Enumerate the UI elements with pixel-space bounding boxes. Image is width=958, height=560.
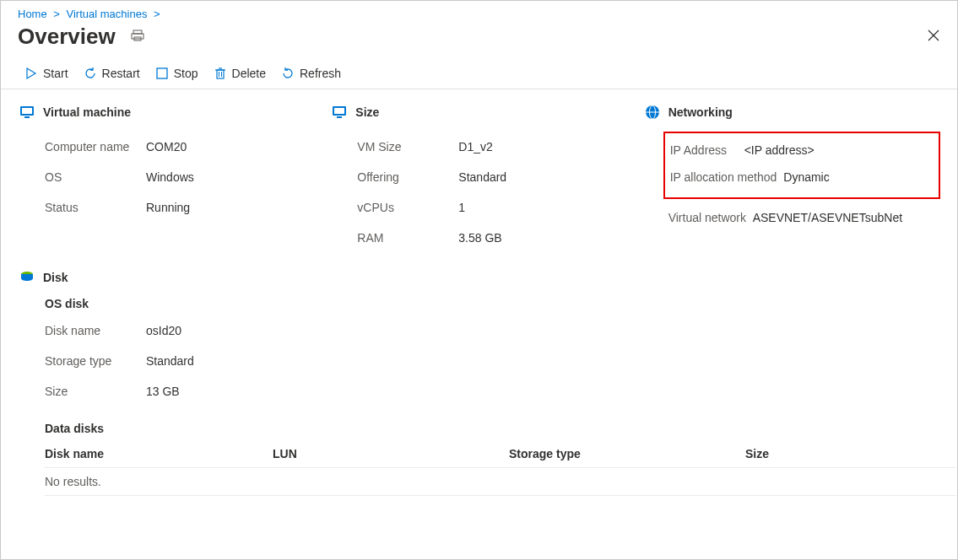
ip-address-value: <IP address>	[744, 143, 815, 157]
restart-label: Restart	[102, 67, 140, 80]
status-value: Running	[146, 201, 190, 214]
restart-button[interactable]: Restart	[84, 67, 140, 80]
breadcrumb-virtual-machines[interactable]: Virtual machines	[67, 8, 148, 20]
os-value: Windows	[146, 170, 194, 184]
breadcrumb: Home > Virtual machines >	[1, 1, 957, 20]
vm-heading: Virtual machine	[43, 105, 131, 119]
vnet-value: ASEVNET/ASEVNETsubNet	[753, 211, 902, 224]
monitor-icon	[19, 105, 35, 120]
table-empty-message: No results.	[45, 475, 273, 488]
page-title: Overview	[18, 24, 116, 50]
disk-storage-value: Standard	[146, 354, 194, 368]
disk-name-value: osId20	[146, 324, 181, 337]
ram-value: 3.58 GB	[458, 231, 501, 245]
start-label: Start	[43, 67, 68, 80]
os-disk-subheading: OS disk	[19, 297, 940, 310]
chevron-right-icon: >	[154, 8, 160, 20]
close-icon[interactable]	[927, 29, 940, 45]
col-disk-name: Disk name	[45, 447, 273, 460]
vm-section: Virtual machine Computer nameCOM20 OSWin…	[19, 105, 315, 253]
networking-heading: Networking	[668, 105, 733, 119]
table-header-row: Disk name LUN Storage type Size	[45, 440, 956, 468]
refresh-button[interactable]: Refresh	[281, 67, 341, 80]
networking-section: Networking IP Address<IP address> IP all…	[645, 105, 940, 253]
svg-rect-0	[133, 30, 142, 34]
disk-icon	[19, 270, 35, 285]
networking-highlight-box: IP Address<IP address> IP allocation met…	[663, 132, 940, 199]
computer-name-label: Computer name	[45, 140, 146, 153]
vmsize-label: VM Size	[357, 140, 458, 153]
computer-name-value: COM20	[146, 140, 187, 153]
ip-address-label: IP Address	[670, 143, 738, 157]
col-lun: LUN	[273, 447, 509, 460]
disk-name-label: Disk name	[45, 324, 146, 337]
disk-size-value: 13 GB	[146, 385, 180, 398]
disk-size-label: Size	[45, 385, 146, 398]
disk-heading: Disk	[43, 271, 68, 284]
ip-alloc-value: Dynamic	[783, 170, 829, 184]
chevron-right-icon: >	[53, 8, 60, 20]
offering-label: Offering	[357, 170, 458, 184]
globe-icon	[645, 105, 660, 120]
vmsize-value: D1_v2	[458, 140, 492, 153]
vcpus-value: 1	[458, 201, 465, 214]
svg-rect-13	[22, 108, 32, 114]
vcpus-label: vCPUs	[357, 201, 458, 214]
vnet-label: Virtual network	[668, 211, 753, 224]
svg-rect-17	[337, 116, 342, 118]
delete-label: Delete	[232, 67, 266, 80]
disk-section: Disk OS disk Disk nameosId20 Storage typ…	[19, 270, 940, 496]
ip-alloc-label: IP allocation method	[670, 170, 777, 184]
table-row: No results.	[45, 468, 956, 496]
size-section: Size VM SizeD1_v2 OfferingStandard vCPUs…	[332, 105, 627, 253]
offering-value: Standard	[458, 170, 506, 184]
svg-rect-1	[132, 34, 143, 39]
delete-button[interactable]: Delete	[214, 67, 266, 80]
stop-label: Stop	[174, 67, 198, 80]
stop-button[interactable]: Stop	[155, 67, 198, 80]
svg-rect-16	[334, 108, 344, 114]
start-button[interactable]: Start	[24, 67, 68, 80]
disk-storage-label: Storage type	[45, 354, 146, 368]
monitor-icon	[332, 105, 347, 120]
size-heading: Size	[355, 105, 379, 119]
print-icon[interactable]	[131, 29, 144, 45]
data-disks-table: Disk name LUN Storage type Size No resul…	[45, 440, 956, 496]
os-label: OS	[45, 170, 146, 184]
col-storage-type: Storage type	[509, 447, 745, 460]
refresh-label: Refresh	[300, 67, 341, 80]
col-size: Size	[745, 447, 897, 460]
svg-rect-7	[217, 70, 224, 78]
svg-rect-6	[157, 68, 167, 78]
data-disks-subheading: Data disks	[19, 422, 940, 435]
ram-label: RAM	[357, 231, 458, 245]
svg-marker-5	[27, 68, 35, 78]
svg-rect-14	[24, 116, 30, 118]
breadcrumb-home[interactable]: Home	[18, 8, 47, 20]
status-label: Status	[45, 201, 146, 214]
toolbar: Start Restart Stop Delete Refresh	[1, 60, 957, 89]
